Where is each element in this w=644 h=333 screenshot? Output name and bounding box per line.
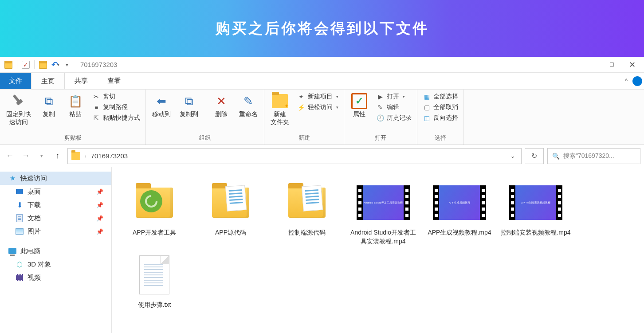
help-icon[interactable] xyxy=(632,76,642,86)
tab-home[interactable]: 主页 xyxy=(31,73,65,89)
separator xyxy=(73,60,73,69)
tab-share[interactable]: 共享 xyxy=(65,73,98,89)
new-item-button[interactable]: ✦新建项目▾ xyxy=(296,92,339,101)
label: 轻松访问 xyxy=(308,103,333,111)
ribbon-expand-button[interactable]: ^ xyxy=(620,73,632,89)
pin-to-quick-access-button[interactable]: 固定到快 速访问 xyxy=(3,91,35,126)
tab-view[interactable]: 查看 xyxy=(98,73,130,89)
navigation-pane: ★ 快速访问 桌面 📌 ⬇ 下载 📌 文档 📌 图片 📌 此电脑 xyxy=(0,167,112,333)
label: 复制路径 xyxy=(103,103,128,111)
chevron-right-icon: › xyxy=(85,153,86,159)
cut-button[interactable]: ✂剪切 xyxy=(91,92,141,101)
history-icon: 🕘 xyxy=(376,114,384,122)
label: 全部选择 xyxy=(433,93,458,101)
search-input[interactable]: 🔍 搜索"701697320... xyxy=(547,148,640,164)
minimize-button[interactable]: — xyxy=(581,57,601,73)
select-none-button[interactable]: ▢全部取消 xyxy=(422,103,459,112)
pin-icon xyxy=(11,93,27,109)
label: 下载 xyxy=(27,201,41,209)
banner-title: 购买之后你将会得到以下文件 xyxy=(216,19,429,39)
breadcrumb[interactable]: › 7016973203 ⌄ xyxy=(67,148,522,164)
label: 删除 xyxy=(215,110,228,118)
close-button[interactable]: ✕ xyxy=(622,57,642,73)
tab-file[interactable]: 文件 xyxy=(0,73,31,89)
shortcut-icon: ⇱ xyxy=(92,114,100,122)
history-button[interactable]: 🕘历史记录 xyxy=(375,114,412,122)
rename-button[interactable]: ✎ 重命名 xyxy=(236,91,261,118)
select-all-button[interactable]: ▦全部选择 xyxy=(422,92,459,101)
up-button[interactable]: ↑ xyxy=(51,150,64,162)
pin-icon: 📌 xyxy=(96,202,103,208)
maximize-button[interactable]: ☐ xyxy=(601,57,622,73)
easy-access-button[interactable]: ⚡轻松访问▾ xyxy=(296,103,339,112)
sidebar-item-3d-objects[interactable]: ⬡ 3D 对象 xyxy=(0,258,111,271)
file-name: 使用步骤.txt xyxy=(138,301,171,309)
undo-qat-button[interactable]: ↶ ▾ xyxy=(51,60,59,70)
file-name: APP开发者工具 xyxy=(133,228,176,237)
back-button[interactable]: ← xyxy=(4,150,16,162)
folder-icon xyxy=(272,93,288,109)
paste-shortcut-button[interactable]: ⇱粘贴快捷方式 xyxy=(91,114,141,122)
move-to-button[interactable]: ⬅ 移动到 xyxy=(149,91,174,118)
file-item-video[interactable]: APP控制端安装视频教程 控制端安装视频教程.mp4 xyxy=(499,178,573,248)
paste-icon: 📋 xyxy=(67,93,83,109)
ribbon: 固定到快 速访问 ⧉ 复制 📋 粘贴 ✂剪切 ≡复制路径 ⇱粘贴快捷方式 剪贴板… xyxy=(0,90,644,145)
pin-icon: 📌 xyxy=(96,188,103,195)
file-item-folder[interactable]: 控制端源代码 xyxy=(270,178,344,248)
edit-button[interactable]: ✎编辑 xyxy=(375,103,412,112)
copy-to-button[interactable]: ⧉ 复制到 xyxy=(176,91,202,118)
path-segment[interactable]: 7016973203 xyxy=(91,152,128,160)
properties-button[interactable]: ✓ 属性 xyxy=(347,91,372,118)
chevron-down-icon: ▾ xyxy=(403,94,405,99)
move-icon: ⬅ xyxy=(153,93,169,109)
sidebar-item-desktop[interactable]: 桌面 📌 xyxy=(0,185,111,198)
open-button[interactable]: ▶打开▾ xyxy=(375,92,412,101)
properties-icon: ✓ xyxy=(351,93,367,109)
sidebar-item-documents[interactable]: 文档 📌 xyxy=(0,212,111,225)
sidebar-item-this-pc[interactable]: 此电脑 xyxy=(0,244,111,258)
separator xyxy=(17,60,17,69)
selectnone-icon: ▢ xyxy=(423,103,431,111)
app-icon xyxy=(4,61,12,69)
label: 新建 文件夹 xyxy=(271,110,289,126)
recent-locations-button[interactable]: ▾ xyxy=(35,150,48,162)
folder-icon xyxy=(280,180,334,225)
copy-icon: ⧉ xyxy=(41,93,57,109)
properties-qat-icon[interactable]: ✓ xyxy=(22,61,30,69)
qat-customize-button[interactable]: ▾ xyxy=(66,62,68,68)
copy-button[interactable]: ⧉ 复制 xyxy=(36,91,61,118)
new-folder-button[interactable]: 新建 文件夹 xyxy=(267,91,293,126)
file-item-video[interactable]: APP生成视频教程 APP生成视频教程.mp4 xyxy=(422,178,497,248)
group-label: 新建 xyxy=(267,132,341,145)
window-title: 7016973203 xyxy=(80,61,117,68)
paste-button[interactable]: 📋 粘贴 xyxy=(63,91,88,118)
delete-button[interactable]: ✕ 删除 xyxy=(209,91,234,118)
folder-qat-icon[interactable] xyxy=(39,61,47,69)
invert-selection-button[interactable]: ◫反向选择 xyxy=(422,114,459,122)
file-item-video[interactable]: Android Studio开发工具安装教程 Android Studio开发者… xyxy=(346,178,420,248)
label: 此电脑 xyxy=(20,247,40,255)
ribbon-group-new: 新建 文件夹 ✦新建项目▾ ⚡轻松访问▾ 新建 xyxy=(264,90,344,145)
sidebar-item-quick-access[interactable]: ★ 快速访问 xyxy=(0,172,111,185)
file-item-folder[interactable]: APP开发者工具 xyxy=(117,178,192,248)
search-placeholder: 搜索"701697320... xyxy=(563,152,614,160)
file-list[interactable]: APP开发者工具 APP源代码 控制端源代码 Android Studio开发工… xyxy=(112,167,644,333)
address-bar: ← → ▾ ↑ › 7016973203 ⌄ ↻ 🔍 搜索"701697320.… xyxy=(0,145,644,167)
label: 重命名 xyxy=(239,110,258,118)
ribbon-group-organize: ⬅ 移动到 ⧉ 复制到 ✕ 删除 ✎ 重命名 组织 xyxy=(146,90,264,145)
copy-path-button[interactable]: ≡复制路径 xyxy=(91,103,141,112)
sidebar-item-downloads[interactable]: ⬇ 下载 📌 xyxy=(0,198,111,212)
label: 桌面 xyxy=(27,188,41,196)
label: 图片 xyxy=(27,227,41,236)
path-dropdown-button[interactable]: ⌄ xyxy=(508,150,518,162)
chevron-down-icon: ▾ xyxy=(336,105,338,110)
sidebar-item-videos[interactable]: 视频 xyxy=(0,271,111,284)
label: 属性 xyxy=(353,110,365,118)
label: 快速访问 xyxy=(20,174,47,183)
star-icon: ★ xyxy=(8,174,17,183)
file-item-txt[interactable]: 使用步骤.txt xyxy=(117,250,192,312)
forward-button[interactable]: → xyxy=(20,150,32,162)
file-item-folder[interactable]: APP源代码 xyxy=(193,178,268,248)
refresh-button[interactable]: ↻ xyxy=(525,148,544,164)
sidebar-item-pictures[interactable]: 图片 📌 xyxy=(0,225,111,238)
